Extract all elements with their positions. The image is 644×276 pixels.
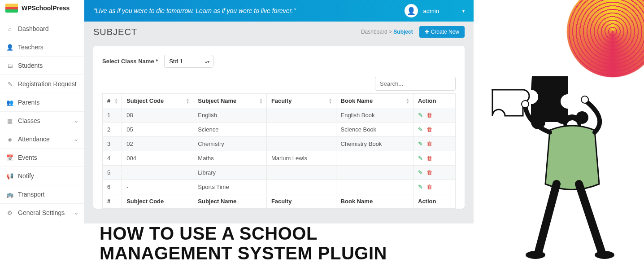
sidebar-item-attendance-icon: ◈ bbox=[6, 136, 13, 143]
avatar-icon: 👤 bbox=[405, 4, 418, 18]
halftone-decor-icon bbox=[554, 0, 644, 90]
sidebar-item-notify[interactable]: 📢Notify bbox=[0, 167, 84, 185]
search-input[interactable] bbox=[375, 77, 456, 91]
cell-action: ✎🗑 bbox=[413, 180, 456, 194]
woman-puzzle-illustration-icon bbox=[483, 63, 626, 274]
cell-name: English bbox=[193, 108, 267, 123]
cell-book bbox=[336, 180, 413, 194]
sidebar-item-label: Attendance bbox=[18, 136, 50, 143]
page-header: SUBJECT Dashboard > Subject ✚ Create New bbox=[84, 22, 474, 40]
sidebar-item-classes-icon: ▦ bbox=[6, 118, 13, 124]
table-row: 5-Library✎🗑 bbox=[103, 166, 456, 180]
sidebar-item-attendance[interactable]: ◈Attendance⌄ bbox=[0, 130, 84, 149]
content-card: Select Class Name * Std 1 ▴▾ #▲▼ Subject… bbox=[93, 46, 465, 209]
chevron-down-icon: ⌄ bbox=[74, 210, 78, 216]
sidebar-item-label: Teachers bbox=[18, 44, 44, 51]
sidebar-item-students-icon: 🗂 bbox=[6, 62, 13, 69]
col-action: Action bbox=[413, 94, 456, 108]
sidebar-item-label: Students bbox=[18, 62, 43, 69]
breadcrumb-current: Subject bbox=[393, 29, 413, 35]
sidebar: WPSchoolPress ⌂Dashboard👤Teachers🗂Studen… bbox=[0, 0, 84, 223]
delete-icon[interactable]: 🗑 bbox=[426, 126, 432, 133]
main-area: "Live as if you were to die tomorrow. Le… bbox=[84, 0, 474, 223]
cell-book bbox=[336, 151, 413, 166]
cell-name: Science bbox=[193, 123, 267, 137]
cell-faculty bbox=[266, 180, 336, 194]
sidebar-item-transport[interactable]: 🚌Transport bbox=[0, 185, 84, 204]
select-caret-icon: ▴▾ bbox=[205, 59, 209, 64]
breadcrumb-root[interactable]: Dashboard bbox=[361, 29, 387, 35]
sidebar-item-registration-icon: ✎ bbox=[6, 81, 13, 88]
cell-action: ✎🗑 bbox=[413, 151, 456, 166]
col-num: #▲▼ bbox=[103, 94, 122, 108]
sidebar-item-label: Classes bbox=[18, 117, 40, 124]
sidebar-item-parents-icon: 👥 bbox=[6, 99, 13, 106]
cell-faculty bbox=[266, 108, 336, 123]
cell-name: Maths bbox=[193, 151, 267, 166]
cell-code: 08 bbox=[122, 108, 193, 123]
svg-point-5 bbox=[581, 96, 588, 103]
cell-name: Sports Time bbox=[193, 180, 267, 194]
edit-icon[interactable]: ✎ bbox=[418, 184, 423, 190]
delete-icon[interactable]: 🗑 bbox=[426, 184, 432, 190]
class-select[interactable]: Std 1 ▴▾ bbox=[164, 55, 213, 68]
cell-book: Chemistry Book bbox=[336, 137, 413, 151]
cell-book: English Book bbox=[336, 108, 413, 123]
col-faculty: Faculty▲▼ bbox=[266, 94, 336, 108]
create-label: Create New bbox=[431, 29, 459, 35]
sidebar-item-classes[interactable]: ▦Classes⌄ bbox=[0, 112, 84, 130]
delete-icon[interactable]: 🗑 bbox=[426, 140, 432, 147]
sidebar-item-settings[interactable]: ⚙General Settings⌄ bbox=[0, 204, 84, 222]
svg-point-2 bbox=[576, 111, 588, 124]
edit-icon[interactable]: ✎ bbox=[418, 169, 423, 176]
foot-name: Subject Name bbox=[193, 194, 267, 209]
sidebar-item-dashboard-icon: ⌂ bbox=[6, 26, 13, 32]
sidebar-item-teachers[interactable]: 👤Teachers bbox=[0, 38, 84, 57]
table-row: 205ScienceScience Book✎🗑 bbox=[103, 123, 456, 137]
foot-code: Subject Code bbox=[122, 194, 193, 209]
sort-icon[interactable]: ▲▼ bbox=[186, 98, 189, 104]
edit-icon[interactable]: ✎ bbox=[418, 112, 423, 118]
svg-point-0 bbox=[563, 114, 581, 132]
edit-icon[interactable]: ✎ bbox=[418, 126, 423, 133]
user-menu[interactable]: 👤 admin ▾ bbox=[405, 4, 465, 18]
cell-num: 3 bbox=[103, 137, 122, 151]
sidebar-item-label: Registration Request bbox=[18, 80, 77, 88]
table-row: 6-Sports Time✎🗑 bbox=[103, 180, 456, 194]
cell-code: 004 bbox=[122, 151, 193, 166]
sidebar-item-students[interactable]: 🗂Students bbox=[0, 57, 84, 75]
foot-action: Action bbox=[413, 194, 456, 209]
sort-icon[interactable]: ▲▼ bbox=[114, 98, 118, 104]
sidebar-item-transport-icon: 🚌 bbox=[6, 191, 13, 198]
cell-name: Library bbox=[193, 166, 267, 180]
class-select-label: Select Class Name * bbox=[102, 58, 158, 65]
sidebar-item-notify-icon: 📢 bbox=[6, 173, 13, 180]
cell-num: 4 bbox=[103, 151, 122, 166]
edit-icon[interactable]: ✎ bbox=[418, 140, 423, 147]
create-new-button[interactable]: ✚ Create New bbox=[419, 26, 465, 38]
cell-action: ✎🗑 bbox=[413, 108, 456, 123]
subjects-table: #▲▼ Subject Code▲▼ Subject Name▲▼ Facult… bbox=[102, 93, 456, 209]
edit-icon[interactable]: ✎ bbox=[418, 155, 423, 162]
table-row: 302ChemistryChemistry Book✎🗑 bbox=[103, 137, 456, 151]
sidebar-item-registration[interactable]: ✎Registration Request bbox=[0, 75, 84, 93]
article-headline: HOW TO USE A SCHOOL MANAGEMENT SYSTEM PL… bbox=[100, 223, 387, 263]
table-row: 4004MathsMarium Lewis✎🗑 bbox=[103, 151, 456, 166]
sort-icon[interactable]: ▲▼ bbox=[406, 98, 409, 104]
delete-icon[interactable]: 🗑 bbox=[426, 155, 432, 162]
sidebar-item-events[interactable]: 📅Events bbox=[0, 149, 84, 167]
sidebar-item-parents[interactable]: 👥Parents bbox=[0, 93, 84, 112]
sidebar-item-label: General Settings bbox=[18, 209, 65, 216]
cell-num: 6 bbox=[103, 180, 122, 194]
breadcrumb-sep: > bbox=[389, 29, 392, 35]
cell-faculty bbox=[266, 166, 336, 180]
delete-icon[interactable]: 🗑 bbox=[426, 112, 432, 118]
sort-icon[interactable]: ▲▼ bbox=[259, 98, 263, 104]
col-name: Subject Name▲▼ bbox=[193, 94, 267, 108]
sidebar-item-dashboard[interactable]: ⌂Dashboard bbox=[0, 20, 84, 38]
delete-icon[interactable]: 🗑 bbox=[426, 169, 432, 176]
cell-faculty bbox=[266, 137, 336, 151]
foot-faculty: Faculty bbox=[266, 194, 336, 209]
topbar: "Live as if you were to die tomorrow. Le… bbox=[84, 0, 474, 22]
sort-icon[interactable]: ▲▼ bbox=[329, 98, 332, 104]
